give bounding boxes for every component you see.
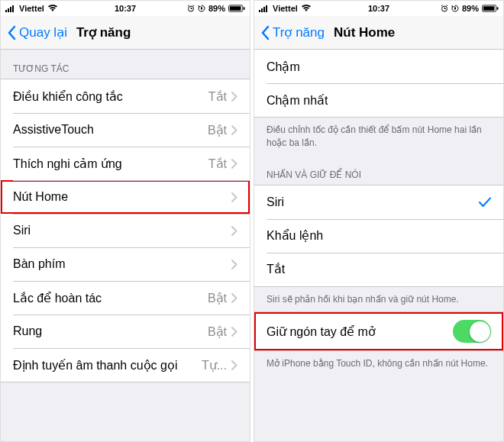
content-left: TƯƠNG TÁC Điều khiển công tắc Tắt Assist… [1,50,250,441]
battery-icon [228,5,245,12]
nav-bar: Trợ năng Nút Home [254,16,503,50]
status-bar: Viettel 10:37 89% [1,1,250,16]
row-assistivetouch[interactable]: AssistiveTouch Bật [1,113,250,147]
section-header-hold: NHẤN VÀ GIỮ ĐỂ NÓI [254,156,503,185]
chevron-left-icon [260,25,270,40]
list-interaction: Điều khiển công tắc Tắt AssistiveTouch B… [1,79,250,382]
row-slowest[interactable]: Chậm nhất [254,83,503,117]
row-label: Thích nghi cảm ứng [13,156,208,171]
chevron-right-icon [231,260,237,269]
phone-left: Viettel 10:37 89% [0,0,250,442]
toggle-rest-finger[interactable] [453,320,491,343]
svg-rect-11 [263,7,265,12]
svg-rect-14 [454,8,456,10]
svg-rect-0 [5,10,7,12]
signal-icon [259,5,270,12]
alarm-icon [441,5,448,12]
chevron-right-icon [231,293,237,303]
list-rest: Giữ ngón tay để mở [254,311,503,351]
row-shake-undo[interactable]: Lắc để hoàn tác Bật [1,281,250,315]
wifi-icon [301,5,312,12]
nav-title: Trợ năng [76,24,131,40]
nav-back-label: Trợ năng [273,24,325,40]
row-label: Lắc để hoàn tác [13,291,208,305]
signal-icon [5,5,16,12]
checkmark-icon [479,197,491,208]
row-keyboard[interactable]: Bàn phím [1,247,250,281]
row-value: Tắt [208,89,227,104]
nav-back-button[interactable]: Trợ năng [260,24,325,40]
row-value: Tự... [202,358,227,373]
time-label: 10:37 [115,4,136,13]
row-label: Khẩu lệnh [267,228,491,243]
svg-rect-9 [259,10,260,12]
row-label: Bàn phím [13,257,231,271]
svg-rect-10 [261,8,263,12]
section-header-interaction: TƯƠNG TÁC [1,50,250,79]
svg-rect-17 [497,7,499,10]
time-label: 10:37 [368,4,389,13]
svg-rect-8 [244,7,245,10]
row-label: Điều khiển công tắc [13,89,208,104]
svg-rect-2 [10,7,11,12]
svg-rect-7 [230,6,241,11]
row-value: Bật [208,291,227,305]
svg-rect-16 [483,6,495,11]
nav-bar: Quay lại Trợ năng [1,16,250,50]
nav-title: Nút Home [334,25,395,40]
carrier-label: Viettel [273,4,298,13]
row-label: AssistiveTouch [13,123,208,137]
nav-back-button[interactable]: Quay lại [7,24,67,40]
row-touch-accommodations[interactable]: Thích nghi cảm ứng Tắt [1,147,250,180]
row-value: Bật [208,123,227,137]
row-siri[interactable]: Siri [1,214,250,247]
row-call-audio-routing[interactable]: Định tuyến âm thanh cuộc gọi Tự... [1,348,250,382]
svg-rect-5 [201,8,202,10]
chevron-left-icon [7,25,16,40]
row-label: Siri [13,224,231,237]
row-label: Chậm [267,60,491,74]
row-label: Định tuyến âm thanh cuộc gọi [13,358,202,373]
status-bar: Viettel 10:37 89% [254,1,503,16]
toggle-knob [470,321,490,342]
svg-rect-12 [266,5,267,12]
row-label: Tắt [267,262,491,276]
row-label: Nút Home [13,190,231,204]
row-home-button[interactable]: Nút Home [1,180,250,214]
rotation-lock-icon [451,5,459,12]
footer-rest: Mở iPhone bằng Touch ID, không cần nhấn … [254,351,503,376]
chevron-right-icon [231,92,237,102]
row-label: Giữ ngón tay để mở [267,324,453,339]
list-speed: Chậm Chậm nhất [254,50,503,118]
chevron-right-icon [231,125,237,135]
content-right: Chậm Chậm nhất Điều chỉnh tốc độ cần thi… [254,50,503,441]
nav-back-label: Quay lại [19,24,67,40]
rotation-lock-icon [198,5,205,12]
chevron-right-icon [231,360,237,370]
row-value: Bật [208,324,227,339]
battery-percent: 89% [208,4,225,13]
row-rest-finger[interactable]: Giữ ngón tay để mở [254,312,503,350]
phone-right: Viettel 10:37 89% [254,0,504,442]
row-voice-control[interactable]: Khẩu lệnh [254,219,503,253]
chevron-right-icon [231,192,237,202]
alarm-icon [187,5,195,12]
svg-rect-3 [12,5,14,12]
row-slow[interactable]: Chậm [254,50,503,83]
row-switch-control[interactable]: Điều khiển công tắc Tắt [1,79,250,113]
row-siri[interactable]: Siri [254,186,503,219]
footer-speed: Điều chỉnh tốc độ cần thiết để bấm nút H… [254,118,503,156]
carrier-label: Viettel [19,4,44,13]
chevron-right-icon [231,226,237,236]
row-vibration[interactable]: Rung Bật [1,315,250,348]
wifi-icon [47,5,58,12]
chevron-right-icon [231,327,237,337]
row-label: Siri [267,195,479,209]
row-label: Rung [13,324,208,338]
battery-percent: 89% [462,4,479,13]
footer-hold: Siri sẽ phản hồi khi bạn nhấn và giữ nút… [254,287,503,312]
row-off[interactable]: Tắt [254,253,503,286]
row-label: Chậm nhất [267,93,491,108]
list-hold: Siri Khẩu lệnh Tắt [254,185,503,287]
battery-icon [482,5,499,12]
